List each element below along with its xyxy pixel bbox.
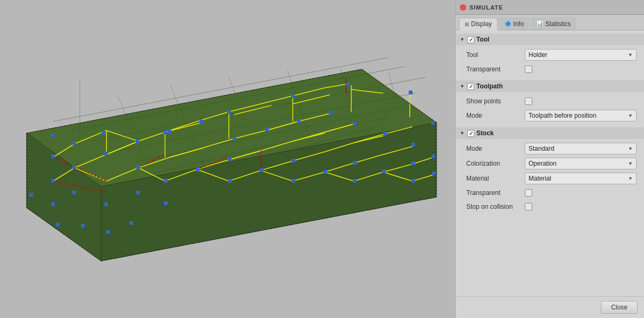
dropdown-stock-material[interactable]: Material ▼: [525, 173, 637, 184]
statistics-tab-icon: 📊: [536, 21, 543, 27]
dropdown-stock-colorization-arrow: ▼: [628, 161, 633, 166]
dropdown-toolpath-mode-value: Toolpath before position: [529, 112, 596, 119]
row-toolpath-mode: Mode Toolpath before position ▼: [456, 108, 644, 123]
svg-rect-78: [411, 179, 415, 183]
dropdown-stock-material-arrow: ▼: [628, 176, 633, 181]
svg-rect-84: [164, 201, 168, 205]
close-dot-icon[interactable]: [460, 4, 466, 11]
row-stock-transparent: Transparent: [456, 186, 644, 200]
checkbox-stock-transparent[interactable]: [525, 189, 532, 197]
control-stock-colorization: Operation ▼: [525, 158, 637, 169]
svg-rect-44: [227, 110, 231, 114]
section-stock-body: Mode Standard ▼ Colorization Operation: [456, 139, 644, 216]
control-show-points: [525, 97, 637, 105]
svg-rect-58: [329, 111, 333, 115]
control-stock-mode: Standard ▼: [525, 143, 637, 154]
svg-rect-51: [104, 152, 108, 156]
row-tool-transparent: Transparent: [456, 62, 644, 76]
svg-rect-66: [164, 179, 168, 183]
dropdown-tool-value: Holder: [529, 51, 547, 59]
svg-rect-55: [233, 137, 236, 141]
dropdown-stock-mode-arrow: ▼: [628, 146, 633, 151]
label-stock-material: Material: [466, 175, 525, 182]
section-stock-title: Stock: [476, 129, 494, 137]
svg-rect-71: [292, 159, 295, 162]
svg-rect-88: [106, 230, 110, 234]
svg-rect-74: [353, 161, 357, 165]
control-toolpath-mode: Toolpath before position ▼: [525, 110, 637, 121]
row-stop-on-collision: Stop on collision: [456, 200, 644, 214]
svg-rect-86: [56, 223, 60, 226]
panel-title: SIMULATE: [469, 4, 503, 11]
svg-rect-49: [51, 154, 55, 158]
section-tool-checkbox[interactable]: [467, 36, 474, 43]
section-tool-body: Tool Holder ▼ Transparent: [456, 45, 644, 78]
section-toolpath: ▼ Toolpath Show points Mode Too: [456, 80, 644, 125]
section-toolpath-body: Show points Mode Toolpath before positio…: [456, 92, 644, 125]
tab-info-label: Info: [513, 20, 524, 28]
svg-rect-79: [432, 172, 436, 175]
dropdown-stock-colorization-value: Operation: [529, 160, 557, 167]
svg-rect-61: [411, 143, 415, 146]
svg-rect-73: [324, 170, 327, 174]
svg-rect-89: [129, 221, 133, 225]
svg-rect-48: [431, 121, 435, 125]
label-tool-transparent: Transparent: [466, 66, 525, 73]
control-tool-transparent: [525, 66, 637, 73]
tab-statistics-label: Statistics: [545, 20, 571, 28]
section-tool-arrow: ▼: [460, 37, 465, 42]
checkbox-tool-transparent[interactable]: [525, 66, 532, 73]
dropdown-tool[interactable]: Holder ▼: [525, 49, 637, 61]
svg-rect-77: [411, 161, 415, 165]
svg-rect-76: [382, 169, 386, 173]
simulate-panel: SIMULATE ⊞ Display 🔷 Info 📊 Statistics ▼…: [455, 0, 644, 318]
section-stock-arrow: ▼: [460, 131, 465, 136]
checkbox-show-points[interactable]: [525, 97, 532, 105]
svg-rect-47: [409, 91, 412, 94]
row-stock-mode: Mode Standard ▼: [456, 141, 644, 156]
viewport: [0, 0, 455, 318]
svg-rect-85: [29, 193, 33, 197]
dropdown-toolpath-mode-arrow: ▼: [628, 113, 633, 118]
tab-info[interactable]: 🔷 Info: [499, 17, 530, 30]
dropdown-toolpath-mode[interactable]: Toolpath before position ▼: [525, 110, 637, 121]
dropdown-stock-colorization[interactable]: Operation ▼: [525, 158, 637, 169]
panel-titlebar: SIMULATE: [456, 0, 644, 15]
row-stock-colorization: Colorization Operation ▼: [456, 156, 644, 171]
section-stock-checkbox[interactable]: [467, 130, 474, 137]
section-toolpath-header[interactable]: ▼ Toolpath: [456, 80, 644, 92]
tab-statistics[interactable]: 📊 Statistics: [531, 17, 576, 30]
dropdown-stock-mode[interactable]: Standard ▼: [525, 143, 637, 154]
panel-footer: Close: [456, 296, 644, 318]
svg-rect-64: [72, 165, 76, 169]
section-toolpath-checkbox[interactable]: [467, 83, 474, 90]
dropdown-stock-material-value: Material: [529, 175, 551, 182]
display-tab-icon: ⊞: [465, 21, 469, 27]
row-tool: Tool Holder ▼: [456, 47, 644, 62]
close-button[interactable]: Close: [601, 301, 638, 314]
viewport-canvas: [0, 0, 455, 318]
section-toolpath-arrow: ▼: [460, 84, 465, 89]
svg-rect-75: [353, 179, 357, 183]
svg-rect-82: [104, 202, 108, 206]
section-tool-header[interactable]: ▼ Tool: [456, 34, 644, 45]
svg-rect-53: [168, 130, 171, 134]
tab-display[interactable]: ⊞ Display: [459, 18, 498, 30]
svg-rect-59: [353, 121, 357, 125]
section-tool: ▼ Tool Tool Holder ▼ Transpa: [456, 34, 644, 78]
svg-rect-65: [136, 165, 140, 169]
svg-rect-67: [196, 168, 200, 172]
svg-rect-42: [102, 131, 105, 135]
svg-rect-54: [200, 120, 203, 124]
control-stop-on-collision: [525, 203, 637, 210]
checkbox-stop-on-collision[interactable]: [525, 203, 532, 210]
svg-rect-60: [383, 132, 387, 136]
svg-rect-72: [292, 179, 295, 183]
control-tool: Holder ▼: [525, 49, 637, 61]
section-stock-header[interactable]: ▼ Stock: [456, 127, 644, 139]
panel-content: ▼ Tool Tool Holder ▼ Transpa: [456, 30, 644, 296]
section-tool-title: Tool: [476, 36, 489, 43]
dropdown-tool-arrow: ▼: [628, 52, 633, 58]
tab-display-label: Display: [471, 20, 492, 28]
svg-rect-62: [432, 154, 435, 158]
